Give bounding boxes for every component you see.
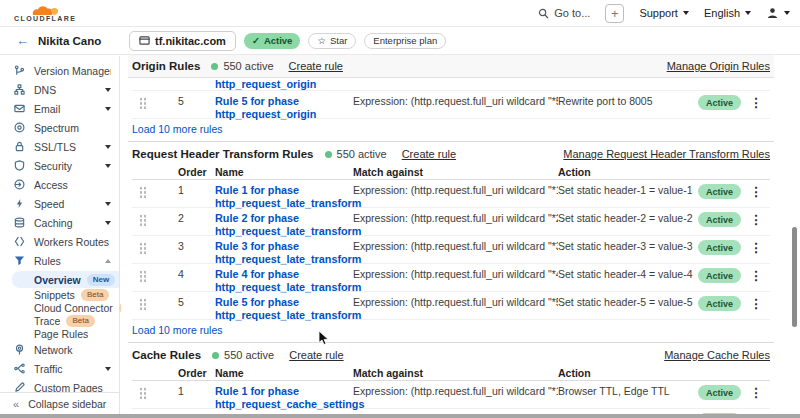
sidebar-item-rules[interactable]: Rules [0,251,119,270]
sidebar-item-ssl-tls[interactable]: SSL/TLS [0,137,119,156]
rule-link[interactable]: Rule 2 for phasehttp_request_late_transf… [215,212,353,238]
origin-rules-section-header: Origin Rules 550 active Create rule Mana… [128,55,774,78]
collapse-sidebar-button[interactable]: « Collapse sidebar [0,392,119,414]
star-button[interactable]: ☆ Star [308,33,356,49]
sidebar-item-workers-routes[interactable]: Workers Routes [0,232,119,251]
rule-link[interactable]: Rule 5 for phasehttp_request_origin [215,95,353,121]
active-status-dot [212,352,219,359]
chevron-down-icon [105,164,111,168]
rule-link[interactable]: Rule 1 for phasehttp_request_late_transf… [215,184,353,210]
kebab-menu-icon[interactable]: ⋮ [750,242,763,254]
sidebar-item-snippets[interactable]: Snippets Beta [12,288,119,301]
sidebar-item-page-rules[interactable]: Page Rules [12,327,119,340]
sidebar-item-version-management[interactable]: Version Management [0,61,119,80]
drag-handle[interactable] [139,214,147,226]
sidebar-item-dns[interactable]: DNS [0,80,119,99]
rule-link[interactable]: Rule 5 for phasehttp_request_late_transf… [215,296,353,322]
global-search[interactable]: Go to... [538,7,590,19]
support-menu[interactable]: Support [639,7,689,19]
section-divider [128,342,774,343]
rule-link[interactable]: Rule 4 for phasehttp_request_late_transf… [215,268,353,294]
table-row: 3 Rule 3 for phasehttp_request_late_tran… [132,236,770,264]
workers-icon [13,236,25,248]
chevron-down-icon [683,11,689,15]
section-title: Request Header Transform Rules [132,148,314,160]
lightning-icon [13,198,25,210]
drag-handle[interactable] [139,270,147,282]
drag-handle[interactable] [139,242,147,254]
zone-name-pill[interactable]: tf.nikitac.com [129,31,236,51]
chevron-down-icon [105,367,111,371]
kebab-menu-icon[interactable]: ⋮ [750,214,763,226]
table-row: 5 Rule 5 for phasehttp_request_origin Ex… [132,91,770,119]
active-status-dot [325,151,332,158]
drag-handle[interactable] [139,186,147,198]
cloudflare-logo[interactable]: CLOUDFLARE [14,4,76,22]
create-rule-link[interactable]: Create rule [289,349,343,361]
sidebar-item-trace[interactable]: Trace Beta [12,314,119,327]
status-badge: Active [698,296,741,311]
email-icon [13,103,25,115]
section-title: Cache Rules [132,349,201,361]
load-more-rules-link[interactable]: Load 10 more rules [132,123,770,136]
cloudflare-wordmark: CLOUDFLARE [14,15,76,22]
back-icon[interactable]: ← [16,33,29,48]
manage-cache-rules-link[interactable]: Manage Cache Rules [664,349,770,361]
vertical-scrollbar-thumb[interactable] [792,227,797,327]
rule-link[interactable]: Rule 3 for phasehttp_request_late_transf… [215,240,353,266]
user-menu[interactable] [766,7,790,19]
create-rule-link[interactable]: Create rule [289,60,343,72]
active-count: 550 active [223,60,273,72]
load-more-rules-link[interactable]: Load 10 more rules [132,324,770,337]
sidebar-item-cloud-connector[interactable]: Cloud Connector Beta [12,301,119,314]
chevron-down-icon [105,221,111,225]
language-menu[interactable]: English [704,7,751,19]
drag-handle[interactable] [139,387,147,399]
rule-link[interactable]: Rule 1 for phasehttp_request_cache_setti… [215,385,353,411]
sidebar-item-spectrum[interactable]: Spectrum [0,118,119,137]
kebab-menu-icon[interactable]: ⋮ [750,387,763,399]
zone-status-badge: ✓ Active [244,33,300,49]
add-button[interactable]: + [605,4,624,23]
status-badge: Active [698,240,741,255]
status-badge: Active [698,385,741,400]
database-icon [13,217,25,229]
drag-handle[interactable] [139,97,147,109]
search-icon [538,8,549,19]
network-icon [13,344,25,356]
check-icon: ✓ [252,35,260,46]
kebab-menu-icon[interactable]: ⋮ [750,298,763,310]
sidebar-item-access[interactable]: Access [0,175,119,194]
sidebar-item-caching[interactable]: Caching [0,213,119,232]
sidebar-item-traffic[interactable]: Traffic [0,359,119,378]
rule-link[interactable]: http_request_origin [215,78,353,91]
chevron-down-icon [745,11,751,15]
window-bottom-edge [0,414,800,418]
plan-badge: Enterprise plan [364,33,446,49]
table-row: 1 Rule 1 for phasehttp_request_cache_set… [132,381,770,409]
active-count: 550 active [224,349,274,361]
sidebar-item-speed[interactable]: Speed [0,194,119,213]
kebab-menu-icon[interactable]: ⋮ [750,97,763,109]
star-icon: ☆ [317,35,326,46]
manage-origin-rules-link[interactable]: Manage Origin Rules [667,60,770,72]
sidebar-item-overview[interactable]: Overview New [12,271,119,288]
drag-handle[interactable] [139,298,147,310]
table-row: 2 Rule 2 for phasehttp_request_late_tran… [132,208,770,236]
sidebar-item-email[interactable]: Email [0,99,119,118]
section-title: Origin Rules [132,60,200,72]
kebab-menu-icon[interactable]: ⋮ [750,270,763,282]
user-icon [766,7,779,19]
rule-order: 5 [158,95,215,107]
rule-expression: Expression: (http.request.full_uri wildc… [353,95,558,107]
dns-icon [13,84,25,96]
kebab-menu-icon[interactable]: ⋮ [750,186,763,198]
sidebar-item-network[interactable]: Network [0,340,119,359]
table-row: 4 Rule 4 for phasehttp_request_late_tran… [132,264,770,292]
create-rule-link[interactable]: Create rule [402,148,456,160]
sidebar-item-security[interactable]: Security [0,156,119,175]
manage-transform-rules-link[interactable]: Manage Request Header Transform Rules [563,148,770,160]
table-column-headers: Order Name Match against Action [132,367,770,381]
table-row: 1 Rule 1 for phasehttp_request_late_tran… [132,180,770,208]
rule-action: Rewrite port to 8005 [558,95,698,107]
